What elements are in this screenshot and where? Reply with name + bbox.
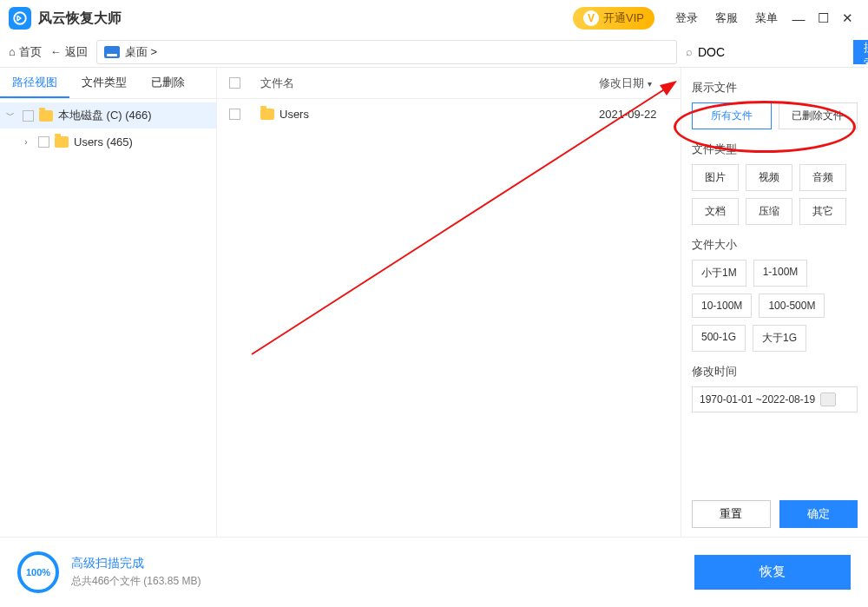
back-button[interactable]: ← 返回: [50, 44, 88, 60]
home-button[interactable]: ⌂ 首页: [9, 44, 42, 60]
row-checkbox[interactable]: [229, 109, 240, 120]
chevron-right-icon[interactable]: ›: [19, 137, 33, 147]
home-icon: ⌂: [9, 45, 16, 58]
drive-icon: [104, 46, 120, 58]
filter-date-label: 修改时间: [692, 364, 858, 379]
main: 路径视图 文件类型 已删除 ﹀ 本地磁盘 (C) (466) › Users (…: [0, 68, 868, 537]
date-range-value: 1970-01-01 ~2022-08-19: [700, 393, 815, 406]
filter-panel: 展示文件 所有文件 已删除文件 文件类型 图片 视频 音频 文档 压缩 其它 文…: [681, 68, 868, 537]
checkbox[interactable]: [23, 110, 34, 122]
ok-button[interactable]: 确定: [779, 500, 858, 528]
scan-status-title: 高级扫描完成: [71, 556, 201, 571]
breadcrumb[interactable]: 桌面 >: [96, 40, 677, 64]
breadcrumb-path: 桌面 >: [125, 44, 157, 60]
chip-size-0[interactable]: 小于1M: [692, 260, 746, 287]
folder-icon: [55, 136, 69, 148]
maximize-button[interactable]: ☐: [811, 10, 835, 26]
home-label: 首页: [19, 44, 42, 60]
vip-label: 开通VIP: [603, 10, 644, 26]
tab-file-type[interactable]: 文件类型: [69, 68, 139, 98]
col-name[interactable]: 文件名: [252, 76, 599, 91]
chip-type-image[interactable]: 图片: [692, 164, 739, 191]
filter-size-label: 文件大小: [692, 237, 858, 253]
chip-size-3[interactable]: 100-500M: [759, 294, 825, 318]
reset-button[interactable]: 重置: [692, 500, 771, 528]
login-button[interactable]: 登录: [667, 10, 707, 26]
back-arrow-icon: ←: [50, 45, 62, 58]
chip-type-other[interactable]: 其它: [799, 198, 846, 225]
search-icon: ⌕: [686, 45, 693, 58]
tree-child-label: Users (465): [74, 135, 133, 148]
titlebar: 风云恢复大师 V 开通VIP 登录 客服 菜单 — ☐ ✕: [0, 0, 868, 36]
tree-root[interactable]: ﹀ 本地磁盘 (C) (466): [0, 102, 216, 129]
progress-ring: 100%: [17, 551, 59, 593]
row-name: Users: [279, 108, 309, 121]
toolbar: ⌂ 首页 ← 返回 桌面 > ⌕ 搜索: [0, 36, 868, 68]
select-all-checkbox[interactable]: [229, 77, 240, 89]
chevron-down-icon[interactable]: ﹀: [3, 109, 17, 122]
minimize-button[interactable]: —: [786, 11, 811, 26]
scan-status-sub: 总共466个文件 (163.85 MB): [71, 574, 201, 589]
chip-size-5[interactable]: 大于1G: [753, 325, 806, 352]
chip-type-video[interactable]: 视频: [746, 164, 792, 191]
sidebar: 路径视图 文件类型 已删除 ﹀ 本地磁盘 (C) (466) › Users (…: [0, 68, 217, 537]
sidebar-tabs: 路径视图 文件类型 已删除: [0, 68, 216, 99]
search-button[interactable]: 搜索: [853, 40, 868, 64]
back-label: 返回: [65, 44, 88, 60]
vip-badge-icon: V: [583, 10, 599, 26]
vip-button[interactable]: V 开通VIP: [573, 7, 654, 30]
tree-root-label: 本地磁盘 (C) (466): [58, 108, 152, 123]
progress-value: 100%: [26, 567, 50, 577]
chip-size-2[interactable]: 10-100M: [692, 294, 752, 318]
menu-button[interactable]: 菜单: [746, 10, 786, 26]
tab-path-view[interactable]: 路径视图: [0, 68, 69, 98]
tab-deleted[interactable]: 已删除: [139, 68, 197, 98]
checkbox[interactable]: [38, 136, 49, 148]
filter-type-label: 文件类型: [692, 142, 858, 157]
chip-type-doc[interactable]: 文档: [692, 198, 739, 225]
search-input[interactable]: [694, 40, 853, 64]
app-title: 风云恢复大师: [38, 10, 122, 28]
folder-icon: [260, 109, 274, 120]
calendar-icon: [820, 393, 836, 406]
date-range-input[interactable]: 1970-01-01 ~2022-08-19: [692, 386, 858, 412]
chip-all-files[interactable]: 所有文件: [692, 102, 772, 129]
chip-size-1[interactable]: 1-100M: [753, 260, 808, 287]
recover-button[interactable]: 恢复: [694, 555, 851, 590]
footer: 100% 高级扫描完成 总共466个文件 (163.85 MB) 恢复: [0, 537, 868, 606]
close-button[interactable]: ✕: [835, 10, 859, 26]
tree: ﹀ 本地磁盘 (C) (466) › Users (465): [0, 99, 216, 158]
app-logo: [9, 7, 31, 30]
chip-deleted-files[interactable]: 已删除文件: [779, 102, 858, 129]
chip-type-audio[interactable]: 音频: [799, 164, 846, 191]
search-wrap: ⌕ 搜索: [686, 40, 859, 64]
col-date-label: 修改日期: [599, 76, 644, 89]
tree-child[interactable]: › Users (465): [0, 129, 216, 155]
service-button[interactable]: 客服: [707, 10, 746, 26]
filter-show-label: 展示文件: [692, 80, 858, 96]
folder-icon: [39, 110, 53, 122]
chip-size-4[interactable]: 500-1G: [692, 325, 746, 352]
sort-icon: ▾: [648, 79, 652, 89]
chip-type-archive[interactable]: 压缩: [746, 198, 792, 225]
